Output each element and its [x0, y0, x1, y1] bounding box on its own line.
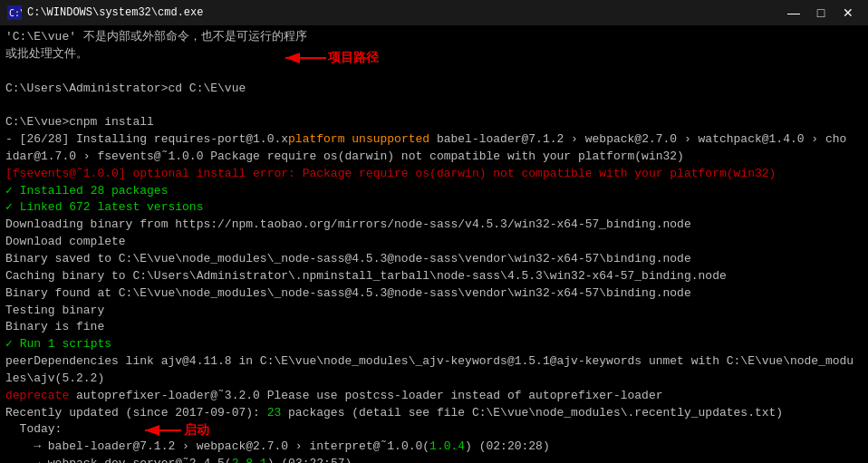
terminal-line: idar@1.7.0 › fsevents@˜1.0.0 Package req… — [5, 149, 863, 166]
terminal-line — [5, 97, 863, 114]
terminal: 'C:\E\vue' 不是内部或外部命令，也不是可运行的程序或批处理文件。 C:… — [0, 25, 868, 463]
terminal-line: ✓ Installed 28 packages — [5, 183, 863, 200]
terminal-line: 'C:\E\vue' 不是内部或外部命令，也不是可运行的程序 — [5, 29, 863, 46]
minimize-button[interactable]: — — [781, 0, 806, 25]
terminal-line: ✓ Run 1 scripts — [5, 336, 863, 353]
maximize-button[interactable]: □ — [808, 0, 834, 25]
terminal-line: Download complete — [5, 234, 863, 251]
terminal-line: Recently updated (since 2017-09-07): 23 … — [5, 405, 863, 422]
terminal-line: Testing binary — [5, 303, 863, 320]
terminal-line: Binary is fine — [5, 319, 863, 336]
terminal-line: Caching binary to C:\Users\Administrator… — [5, 268, 863, 285]
terminal-line: C:\Users\Administrator>cd C:\E\vue — [5, 81, 863, 98]
terminal-line: C:\E\vue>cnpm install — [5, 114, 863, 131]
terminal-line: [fsevents@˜1.0.0] optional install error… — [5, 166, 863, 183]
svg-text:C:\: C:\ — [9, 8, 22, 18]
terminal-line: Binary found at C:\E\vue\node_modules\_n… — [5, 285, 863, 303]
terminal-line: - [26/28] Installing requires-port@1.0.x… — [5, 131, 863, 149]
terminal-line: les\ajv(5.2.2) — [5, 371, 863, 388]
annotation-project-path: 项目路径 — [281, 47, 331, 69]
terminal-line: Downloading binary from https://npm.taob… — [5, 217, 863, 234]
title-bar: C:\ C:\WINDOWS\system32\cmd.exe — □ ✕ — [0, 0, 868, 25]
cmd-icon: C:\ — [7, 5, 22, 20]
terminal-line: Today: — [5, 421, 863, 439]
title-text: C:\WINDOWS\system32\cmd.exe — [27, 6, 781, 19]
close-button[interactable]: ✕ — [835, 0, 861, 25]
terminal-line — [5, 63, 863, 81]
terminal-line: deprecate autoprefixer-loader@˜3.2.0 Ple… — [5, 388, 863, 405]
terminal-line: 或批处理文件。 — [5, 46, 863, 63]
terminal-line: Binary saved to C:\E\vue\node_modules\_n… — [5, 251, 863, 268]
annotation-start: 启动 — [140, 420, 186, 441]
annotation-label-project: 项目路径 — [328, 50, 379, 66]
annotation-label-start: 启动 — [184, 422, 209, 439]
terminal-line: ✓ Linked 672 latest versions — [5, 199, 863, 217]
terminal-line: peerDependencies link ajv@4.11.8 in C:\E… — [5, 353, 863, 371]
terminal-line: → webpack-dev-server@˜2.4.5(2.8.1) (03:2… — [5, 456, 863, 463]
terminal-line: → babel-loader@7.1.2 › webpack@2.7.0 › i… — [5, 439, 863, 456]
